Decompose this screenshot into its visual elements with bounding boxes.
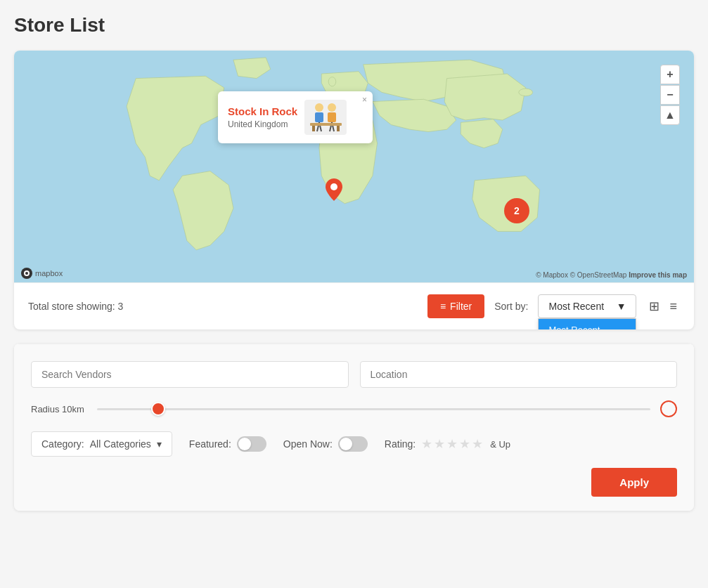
and-up-text: & Up <box>490 439 510 450</box>
svg-rect-13 <box>337 126 340 131</box>
featured-label: Featured: <box>189 438 231 450</box>
rating-stars[interactable]: ★ ★ ★ ★ ★ <box>421 436 483 452</box>
map-pin-cluster[interactable]: 2 <box>504 198 529 223</box>
radius-label: Radius 10km <box>31 404 87 414</box>
radius-slider[interactable] <box>97 408 650 410</box>
svg-rect-4 <box>315 112 323 122</box>
filter-panel: Radius 10km Category: All Categories ▾ F… <box>14 344 694 511</box>
open-now-toggle[interactable] <box>338 436 368 452</box>
filter-label: Filter <box>450 301 472 312</box>
attribution-text: © Mapbox © OpenStreetMap <box>536 271 626 279</box>
svg-point-16 <box>25 272 28 275</box>
filter-button[interactable]: ≡ Filter <box>427 294 484 318</box>
radius-row: Radius 10km <box>31 400 677 417</box>
search-vendors-input[interactable] <box>31 361 349 388</box>
sort-chevron-icon: ▼ <box>617 301 626 312</box>
svg-point-1 <box>519 89 533 96</box>
main-card: Stock In Rock United Kingdom <box>14 51 694 329</box>
map-pin-uk[interactable] <box>326 178 342 206</box>
category-chevron-icon: ▾ <box>157 438 162 450</box>
svg-rect-12 <box>312 126 315 131</box>
search-location-row <box>31 361 677 388</box>
zoom-out-button[interactable]: − <box>660 85 680 105</box>
radius-indicator <box>660 400 677 417</box>
toolbar: Total store showing: 3 ≡ Filter Sort by:… <box>14 282 694 329</box>
total-store-count: Total store showing: 3 <box>28 301 418 312</box>
zoom-in-button[interactable]: + <box>660 65 680 84</box>
map-controls: + − ▲ <box>660 65 680 125</box>
sort-option-most-recent[interactable]: Most Recent <box>539 319 636 329</box>
mapbox-logo-icon <box>21 268 32 279</box>
location-input[interactable] <box>360 361 678 388</box>
mapbox-text: mapbox <box>35 269 63 277</box>
popup-location: United Kingdom <box>228 119 297 129</box>
popup-close-button[interactable]: × <box>362 95 367 105</box>
svg-rect-8 <box>328 112 336 122</box>
filter-panel-inner: Radius 10km Category: All Categories ▾ F… <box>14 344 694 511</box>
star-1[interactable]: ★ <box>421 436 432 452</box>
sort-selected-value: Most Recent <box>548 301 604 312</box>
sort-dropdown: Most Recent Most Popular Top Rated Most … <box>538 318 636 329</box>
category-value: All Categories <box>90 438 151 450</box>
map-popup: Stock In Rock United Kingdom <box>218 91 373 143</box>
filter-icon: ≡ <box>440 301 446 312</box>
sort-select-button[interactable]: Most Recent ▼ <box>538 294 636 318</box>
page-title: Store List <box>14 14 694 37</box>
map-container: Stock In Rock United Kingdom <box>14 51 694 282</box>
popup-image <box>304 100 347 135</box>
star-5[interactable]: ★ <box>472 436 483 452</box>
list-view-button[interactable]: ≡ <box>667 296 680 317</box>
featured-toggle[interactable] <box>237 436 266 452</box>
options-row: Category: All Categories ▾ Featured: Ope… <box>31 431 677 457</box>
svg-point-2 <box>328 77 336 86</box>
reset-bearing-button[interactable]: ▲ <box>660 105 680 125</box>
map-background <box>14 51 694 282</box>
rating-label: Rating: <box>385 438 416 450</box>
rating-group: Rating: ★ ★ ★ ★ ★ & Up <box>385 436 510 452</box>
improve-map-link[interactable]: Improve this map <box>629 271 687 279</box>
mapbox-logo: mapbox <box>21 268 63 279</box>
popup-store-name: Stock In Rock <box>228 105 297 117</box>
grid-view-button[interactable]: ⊞ <box>646 296 662 317</box>
featured-group: Featured: <box>189 436 266 452</box>
map-attribution: © Mapbox © OpenStreetMap Improve this ma… <box>536 271 687 279</box>
popup-info: Stock In Rock United Kingdom <box>228 105 297 129</box>
svg-point-3 <box>315 103 323 112</box>
view-buttons: ⊞ ≡ <box>646 296 680 317</box>
svg-point-14 <box>330 183 337 190</box>
apply-section: Apply <box>31 468 677 497</box>
star-4[interactable]: ★ <box>459 436 470 452</box>
apply-button[interactable]: Apply <box>591 468 677 497</box>
star-2[interactable]: ★ <box>434 436 445 452</box>
open-now-label: Open Now: <box>283 438 333 450</box>
star-3[interactable]: ★ <box>446 436 458 452</box>
svg-rect-11 <box>310 123 342 126</box>
category-label: Category: <box>41 438 84 450</box>
open-now-group: Open Now: <box>283 436 368 452</box>
sort-label: Sort by: <box>494 301 528 312</box>
sort-select-wrapper: Most Recent ▼ Most Recent Most Popular T… <box>538 294 636 318</box>
category-select[interactable]: Category: All Categories ▾ <box>31 431 172 457</box>
svg-point-7 <box>328 103 336 112</box>
